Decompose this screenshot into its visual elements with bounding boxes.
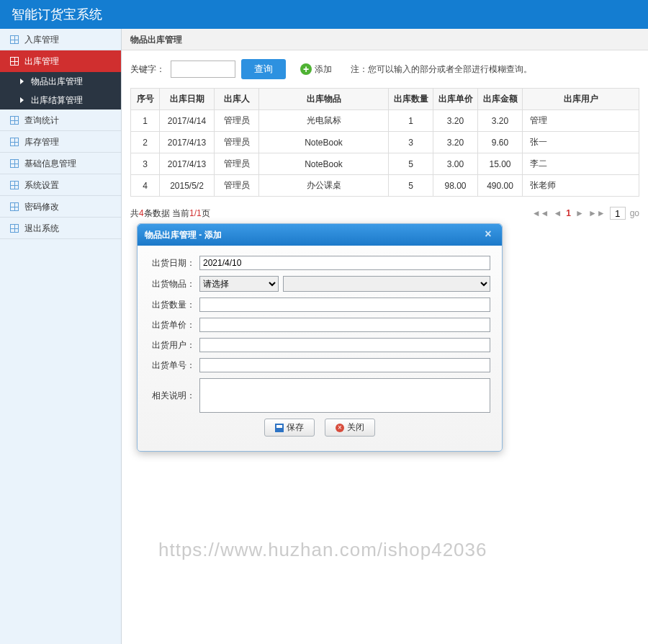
close-button[interactable]: ×关闭 [325, 419, 375, 437]
user-input[interactable] [199, 338, 490, 352]
table-cell: 4 [131, 175, 160, 197]
table-cell: 5 [389, 153, 433, 175]
save-button[interactable]: 保存 [264, 419, 315, 437]
close-icon[interactable]: × [482, 228, 495, 241]
grid-icon [10, 116, 19, 125]
no-label: 出货单号： [149, 359, 195, 372]
pager-first[interactable]: ◄◄ [532, 208, 549, 218]
sidebar-item-label: 基础信息管理 [24, 153, 76, 174]
qty-input[interactable] [199, 298, 490, 312]
sidebar-sub-outstock-settle[interactable]: 出库结算管理 [0, 91, 121, 109]
dialog-title-bar[interactable]: 物品出库管理 - 添加 × [138, 224, 502, 246]
plus-icon: + [300, 63, 312, 75]
dialog-title: 物品出库管理 - 添加 [145, 229, 222, 241]
table-cell: 3.20 [433, 132, 478, 153]
table-cell: 3.20 [478, 110, 523, 132]
sidebar: 入库管理 出库管理 物品出库管理 出库结算管理 查询统计 库存管理 基础信息管理… [0, 29, 122, 644]
table-cell: 3.00 [433, 153, 478, 175]
sidebar-item-settings[interactable]: 系统设置 [0, 174, 121, 196]
table-cell: 张老师 [523, 175, 639, 197]
data-table: 序号 出库日期 出库人 出库物品 出库数量 出库单价 出库金额 出库用户 120… [130, 88, 639, 197]
col-user: 出库用户 [523, 89, 639, 110]
table-cell: 15.00 [478, 153, 523, 175]
sidebar-item-password[interactable]: 密码修改 [0, 196, 121, 218]
table-row[interactable]: 42015/5/2管理员办公课桌598.00490.00张老师 [131, 175, 639, 197]
table-cell: 2017/4/13 [160, 132, 215, 153]
table-cell: 3 [389, 132, 433, 153]
watermark: https://www.huzhan.com/ishop42036 [158, 539, 487, 561]
add-label: 添加 [315, 63, 332, 76]
date-label: 出货日期： [149, 257, 195, 269]
hint-text: 注：您可以输入的部分或者全部进行模糊查询。 [351, 63, 532, 76]
table-row[interactable]: 32017/4/13管理员NoteBook53.0015.00李二 [131, 153, 639, 175]
query-button[interactable]: 查询 [241, 59, 286, 79]
table-cell: 3.20 [433, 110, 478, 132]
table-cell: 1 [389, 110, 433, 132]
app-header: 智能订货宝系统 [0, 0, 648, 29]
price-input[interactable] [199, 318, 490, 332]
desc-label: 相关说明： [149, 390, 195, 402]
sidebar-item-label: 退出系统 [24, 218, 59, 239]
sidebar-sub-outstock-manage[interactable]: 物品出库管理 [0, 72, 121, 91]
grid-icon [10, 57, 19, 66]
pager: 共4条数据 当前1/1页 ◄◄ ◄ 1 ► ►► go [130, 207, 639, 220]
add-button[interactable]: + 添加 [300, 63, 332, 76]
table-cell: 李二 [523, 153, 639, 175]
col-person: 出库人 [215, 89, 259, 110]
date-input[interactable] [199, 256, 490, 270]
sidebar-item-query[interactable]: 查询统计 [0, 109, 121, 131]
sidebar-item-label: 入库管理 [24, 29, 59, 50]
sidebar-item-outstock[interactable]: 出库管理 [0, 50, 121, 72]
desc-textarea[interactable] [199, 378, 490, 413]
table-cell: NoteBook [259, 153, 389, 175]
col-date: 出库日期 [160, 89, 215, 110]
item-label: 出货物品： [149, 278, 195, 290]
table-cell: 管理员 [215, 175, 259, 197]
table-cell: 5 [389, 175, 433, 197]
sidebar-item-base[interactable]: 基础信息管理 [0, 153, 121, 174]
qty-label: 出货数量： [149, 299, 195, 311]
table-header-row: 序号 出库日期 出库人 出库物品 出库数量 出库单价 出库金额 出库用户 [131, 89, 639, 110]
add-dialog: 物品出库管理 - 添加 × 出货日期： 出货物品：请选择 出货数量： 出货单价：… [137, 223, 503, 452]
grid-icon [10, 159, 19, 168]
grid-icon [10, 35, 19, 44]
sidebar-item-label: 系统设置 [24, 174, 59, 196]
pager-next[interactable]: ► [575, 208, 584, 218]
item-select-2[interactable] [283, 276, 490, 292]
sidebar-item-exit[interactable]: 退出系统 [0, 218, 121, 239]
table-cell: 1 [131, 110, 160, 132]
price-label: 出货单价： [149, 319, 195, 331]
col-price: 出库单价 [433, 89, 478, 110]
table-cell: 张一 [523, 132, 639, 153]
close-x-icon: × [336, 424, 344, 432]
grid-icon [10, 224, 19, 233]
pager-go[interactable]: go [630, 208, 639, 218]
grid-icon [10, 202, 19, 211]
pager-last[interactable]: ►► [588, 208, 606, 218]
pager-prev[interactable]: ◄ [553, 208, 562, 218]
table-cell: 490.00 [478, 175, 523, 197]
sidebar-sub-label: 物品出库管理 [31, 72, 83, 91]
sidebar-item-stock[interactable]: 库存管理 [0, 131, 121, 153]
no-input[interactable] [199, 358, 490, 372]
table-cell: 2017/4/14 [160, 110, 215, 132]
table-cell: NoteBook [259, 132, 389, 153]
pager-current: 1 [566, 208, 571, 218]
keyword-label: 关键字： [130, 63, 165, 76]
table-cell: 管理员 [215, 110, 259, 132]
keyword-input[interactable] [171, 61, 235, 78]
sidebar-item-label: 密码修改 [24, 196, 59, 218]
pager-input[interactable] [610, 207, 626, 220]
caret-icon [20, 79, 24, 84]
pager-summary: 共4条数据 当前1/1页 [130, 207, 210, 220]
sidebar-item-instock[interactable]: 入库管理 [0, 29, 121, 50]
sidebar-item-label: 查询统计 [24, 109, 59, 131]
col-seq: 序号 [131, 89, 160, 110]
item-select-1[interactable]: 请选择 [199, 276, 279, 292]
table-row[interactable]: 12017/4/14管理员光电鼠标13.203.20管理 [131, 110, 639, 132]
table-cell: 98.00 [433, 175, 478, 197]
sidebar-sub-label: 出库结算管理 [31, 91, 83, 109]
user-label: 出货用户： [149, 339, 195, 352]
table-cell: 管理员 [215, 132, 259, 153]
table-row[interactable]: 22017/4/13管理员NoteBook33.209.60张一 [131, 132, 639, 153]
